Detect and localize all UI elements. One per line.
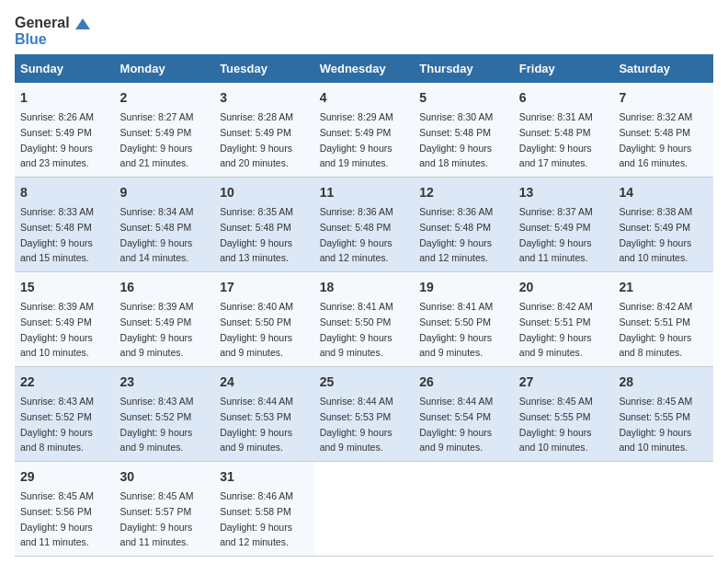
day-info: Sunrise: 8:43 AMSunset: 5:52 PMDaylight:…	[20, 396, 94, 453]
day-cell: 15Sunrise: 8:39 AMSunset: 5:49 PMDayligh…	[15, 272, 115, 367]
day-number: 28	[619, 373, 708, 392]
day-cell: 10Sunrise: 8:35 AMSunset: 5:48 PMDayligh…	[214, 178, 314, 272]
day-cell: 2Sunrise: 8:27 AMSunset: 5:49 PMDaylight…	[115, 83, 215, 178]
day-cell: 1Sunrise: 8:26 AMSunset: 5:49 PMDaylight…	[15, 83, 115, 178]
day-cell: 7Sunrise: 8:32 AMSunset: 5:48 PMDaylight…	[613, 83, 713, 178]
day-info: Sunrise: 8:45 AMSunset: 5:57 PMDaylight:…	[120, 490, 194, 547]
day-cell	[414, 462, 514, 557]
day-cell: 18Sunrise: 8:41 AMSunset: 5:50 PMDayligh…	[314, 272, 415, 367]
day-info: Sunrise: 8:46 AMSunset: 5:58 PMDaylight:…	[220, 490, 293, 547]
logo-general: General	[15, 15, 90, 31]
day-info: Sunrise: 8:36 AMSunset: 5:48 PMDaylight:…	[320, 206, 393, 263]
day-cell: 25Sunrise: 8:44 AMSunset: 5:53 PMDayligh…	[314, 367, 415, 462]
col-header-friday: Friday	[514, 54, 614, 83]
day-info: Sunrise: 8:44 AMSunset: 5:53 PMDaylight:…	[220, 396, 293, 453]
day-number: 21	[619, 278, 708, 297]
day-info: Sunrise: 8:45 AMSunset: 5:56 PMDaylight:…	[20, 490, 94, 547]
day-cell: 27Sunrise: 8:45 AMSunset: 5:55 PMDayligh…	[514, 367, 614, 462]
day-info: Sunrise: 8:26 AMSunset: 5:49 PMDaylight:…	[20, 111, 94, 168]
day-number: 6	[519, 88, 609, 108]
day-info: Sunrise: 8:32 AMSunset: 5:48 PMDaylight:…	[619, 111, 692, 168]
day-info: Sunrise: 8:45 AMSunset: 5:55 PMDaylight:…	[519, 396, 593, 453]
day-number: 14	[619, 183, 708, 202]
day-number: 5	[419, 88, 508, 108]
day-number: 19	[419, 278, 508, 297]
day-cell: 9Sunrise: 8:34 AMSunset: 5:48 PMDaylight…	[115, 178, 215, 272]
day-cell: 17Sunrise: 8:40 AMSunset: 5:50 PMDayligh…	[214, 272, 314, 367]
day-number: 23	[120, 373, 210, 392]
day-cell: 26Sunrise: 8:44 AMSunset: 5:54 PMDayligh…	[414, 367, 514, 462]
day-number: 7	[619, 88, 708, 108]
day-info: Sunrise: 8:29 AMSunset: 5:49 PMDaylight:…	[320, 111, 393, 168]
day-number: 26	[419, 373, 508, 392]
day-number: 24	[220, 373, 309, 392]
day-number: 16	[120, 278, 210, 297]
day-number: 29	[20, 467, 109, 487]
day-info: Sunrise: 8:44 AMSunset: 5:53 PMDaylight:…	[320, 396, 393, 453]
day-cell	[514, 462, 614, 557]
day-cell: 24Sunrise: 8:44 AMSunset: 5:53 PMDayligh…	[214, 367, 314, 462]
day-info: Sunrise: 8:30 AMSunset: 5:48 PMDaylight:…	[419, 111, 493, 168]
header: General Blue	[15, 15, 713, 47]
day-cell: 12Sunrise: 8:36 AMSunset: 5:48 PMDayligh…	[414, 178, 514, 272]
week-row-3: 15Sunrise: 8:39 AMSunset: 5:49 PMDayligh…	[15, 272, 713, 367]
calendar-table: SundayMondayTuesdayWednesdayThursdayFrid…	[15, 54, 713, 557]
day-info: Sunrise: 8:31 AMSunset: 5:48 PMDaylight:…	[519, 111, 593, 168]
day-info: Sunrise: 8:37 AMSunset: 5:49 PMDaylight:…	[519, 206, 593, 263]
header-row: SundayMondayTuesdayWednesdayThursdayFrid…	[15, 54, 713, 83]
day-number: 13	[519, 183, 609, 202]
day-cell: 22Sunrise: 8:43 AMSunset: 5:52 PMDayligh…	[15, 367, 115, 462]
day-cell: 16Sunrise: 8:39 AMSunset: 5:49 PMDayligh…	[115, 272, 215, 367]
col-header-monday: Monday	[115, 54, 215, 83]
logo: General Blue	[15, 15, 90, 47]
day-info: Sunrise: 8:43 AMSunset: 5:52 PMDaylight:…	[120, 396, 194, 453]
week-row-4: 22Sunrise: 8:43 AMSunset: 5:52 PMDayligh…	[15, 367, 713, 462]
day-number: 27	[519, 373, 609, 392]
day-cell: 20Sunrise: 8:42 AMSunset: 5:51 PMDayligh…	[514, 272, 614, 367]
day-number: 11	[320, 183, 409, 202]
week-row-2: 8Sunrise: 8:33 AMSunset: 5:48 PMDaylight…	[15, 178, 713, 272]
day-info: Sunrise: 8:42 AMSunset: 5:51 PMDaylight:…	[619, 301, 692, 358]
day-info: Sunrise: 8:39 AMSunset: 5:49 PMDaylight:…	[120, 301, 194, 358]
day-info: Sunrise: 8:38 AMSunset: 5:49 PMDaylight:…	[619, 206, 692, 263]
day-info: Sunrise: 8:44 AMSunset: 5:54 PMDaylight:…	[419, 396, 493, 453]
day-number: 4	[320, 88, 409, 108]
day-info: Sunrise: 8:33 AMSunset: 5:48 PMDaylight:…	[20, 206, 94, 263]
logo-blue: Blue	[15, 31, 90, 48]
day-info: Sunrise: 8:36 AMSunset: 5:48 PMDaylight:…	[419, 206, 493, 263]
day-number: 9	[120, 183, 210, 202]
day-number: 30	[120, 467, 210, 487]
col-header-saturday: Saturday	[613, 54, 713, 83]
day-info: Sunrise: 8:40 AMSunset: 5:50 PMDaylight:…	[220, 301, 293, 358]
day-number: 22	[20, 373, 109, 392]
col-header-wednesday: Wednesday	[314, 54, 415, 83]
day-number: 20	[519, 278, 609, 297]
week-row-1: 1Sunrise: 8:26 AMSunset: 5:49 PMDaylight…	[15, 83, 713, 178]
day-cell: 8Sunrise: 8:33 AMSunset: 5:48 PMDaylight…	[15, 178, 115, 272]
day-cell	[314, 462, 415, 557]
day-cell: 19Sunrise: 8:41 AMSunset: 5:50 PMDayligh…	[414, 272, 514, 367]
day-number: 15	[20, 278, 109, 297]
day-info: Sunrise: 8:28 AMSunset: 5:49 PMDaylight:…	[220, 111, 293, 168]
day-number: 25	[320, 373, 409, 392]
day-cell: 31Sunrise: 8:46 AMSunset: 5:58 PMDayligh…	[214, 462, 314, 557]
logo-text: General Blue	[15, 15, 90, 47]
day-info: Sunrise: 8:42 AMSunset: 5:51 PMDaylight:…	[519, 301, 593, 358]
day-cell: 13Sunrise: 8:37 AMSunset: 5:49 PMDayligh…	[514, 178, 614, 272]
day-info: Sunrise: 8:45 AMSunset: 5:55 PMDaylight:…	[619, 396, 692, 453]
day-info: Sunrise: 8:35 AMSunset: 5:48 PMDaylight:…	[220, 206, 293, 263]
day-cell: 11Sunrise: 8:36 AMSunset: 5:48 PMDayligh…	[314, 178, 415, 272]
day-cell: 30Sunrise: 8:45 AMSunset: 5:57 PMDayligh…	[115, 462, 215, 557]
day-number: 18	[320, 278, 409, 297]
day-number: 31	[220, 467, 309, 487]
day-number: 1	[20, 88, 109, 108]
day-cell	[613, 462, 713, 557]
day-info: Sunrise: 8:39 AMSunset: 5:49 PMDaylight:…	[20, 301, 94, 358]
col-header-thursday: Thursday	[414, 54, 514, 83]
day-info: Sunrise: 8:34 AMSunset: 5:48 PMDaylight:…	[120, 206, 194, 263]
day-number: 2	[120, 88, 210, 108]
day-cell: 23Sunrise: 8:43 AMSunset: 5:52 PMDayligh…	[115, 367, 215, 462]
day-info: Sunrise: 8:41 AMSunset: 5:50 PMDaylight:…	[419, 301, 493, 358]
day-cell: 14Sunrise: 8:38 AMSunset: 5:49 PMDayligh…	[613, 178, 713, 272]
day-number: 12	[419, 183, 508, 202]
